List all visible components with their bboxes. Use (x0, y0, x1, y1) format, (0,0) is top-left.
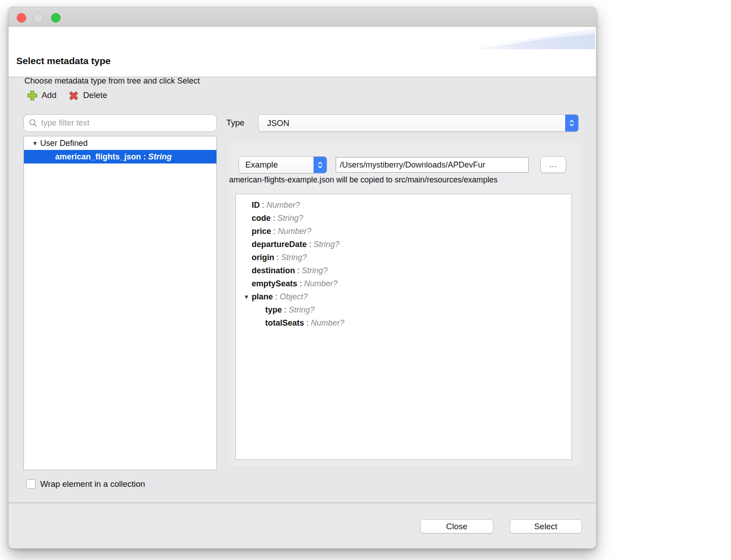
field-name: type (265, 305, 282, 315)
select-button[interactable]: Select (510, 519, 582, 533)
close-traffic-light[interactable] (17, 13, 26, 23)
add-plus-icon (26, 89, 38, 102)
delete-button[interactable]: Delete (67, 89, 107, 102)
json-structure-row[interactable]: departureDate : String? (236, 238, 572, 251)
tree-item-selected[interactable]: american_flights_json : String (24, 150, 216, 163)
example-path-field[interactable] (336, 157, 529, 173)
field-separator: : (295, 266, 302, 275)
field-type: Number? (304, 279, 337, 289)
dialog-footer: Close Select (9, 503, 596, 549)
dialog-title: Select metadata type (16, 56, 111, 66)
field-type: String? (289, 305, 314, 315)
selected-item-name: american_flights_json (55, 152, 141, 162)
json-structure-row[interactable]: price : Number? (236, 225, 572, 238)
dialog-subtitle: Choose metadata type from tree and click… (24, 76, 200, 86)
field-type: String? (314, 240, 339, 249)
field-separator: : (273, 292, 280, 302)
expander-triangle-icon[interactable]: ▼ (32, 140, 38, 147)
add-button-label: Add (42, 90, 56, 100)
filter-input[interactable] (41, 117, 216, 130)
field-name: code (252, 214, 271, 223)
tree-item-label: User Defined (40, 139, 88, 148)
json-structure-row[interactable]: emptySeats : Number? (236, 277, 572, 290)
field-name: price (252, 227, 271, 236)
field-type: Object? (280, 292, 308, 302)
field-name: ID (252, 201, 260, 210)
field-type: String? (302, 266, 328, 275)
field-separator: : (307, 240, 314, 249)
delete-button-label: Delete (83, 90, 107, 100)
selected-item-type: String (148, 152, 172, 162)
zoom-traffic-light[interactable] (51, 13, 61, 23)
type-dropdown[interactable]: JSON (258, 114, 579, 132)
wrap-collection-label: Wrap element in a collection (40, 479, 145, 489)
field-name: plane (252, 292, 273, 302)
delete-x-icon (67, 89, 80, 102)
expander-triangle-icon[interactable]: ▼ (244, 294, 252, 300)
json-structure-row[interactable]: code : String? (236, 212, 572, 225)
type-label: Type (226, 118, 244, 128)
close-button[interactable]: Close (420, 519, 493, 533)
browse-button[interactable]: ... (540, 156, 566, 173)
field-name: totalSeats (265, 318, 304, 328)
json-structure-row[interactable]: destination : String? (236, 264, 572, 277)
selected-item-separator: : (141, 152, 148, 162)
dropdown-stepper-icon (565, 115, 578, 131)
field-separator: : (297, 279, 304, 289)
search-icon (29, 119, 37, 127)
json-structure-row[interactable]: totalSeats : Number? (236, 317, 572, 330)
field-name: destination (252, 266, 295, 275)
json-structure-row[interactable]: ▼plane : Object? (236, 290, 572, 303)
field-type: String? (281, 253, 307, 262)
json-structure-row[interactable]: type : String? (236, 303, 572, 317)
field-name: emptySeats (252, 279, 297, 289)
source-dropdown[interactable]: Example (239, 156, 327, 173)
field-type: String? (277, 214, 303, 223)
field-type: Number? (311, 318, 344, 328)
source-dropdown-value: Example (239, 160, 314, 170)
metadata-types-tree[interactable]: ▼ User Defined american_flights_json : S… (23, 136, 217, 470)
json-structure-row[interactable]: origin : String? (236, 251, 572, 264)
filter-field[interactable] (23, 114, 217, 132)
field-name: departureDate (252, 240, 307, 249)
copy-destination-caption: american-flights-example.json will be co… (229, 175, 497, 185)
field-separator: : (304, 318, 311, 328)
dialog-header: Select metadata type Choose metadata typ… (9, 27, 596, 77)
json-structure-preview[interactable]: ID : Number?code : String?price : Number… (235, 194, 572, 460)
field-separator: : (274, 253, 281, 262)
add-button[interactable]: Add (26, 89, 56, 102)
minimize-traffic-light[interactable] (33, 13, 43, 23)
wrap-collection-checkbox[interactable] (26, 479, 36, 489)
example-path-input[interactable] (336, 158, 528, 172)
field-separator: : (260, 201, 267, 210)
tree-item-user-defined[interactable]: ▼ User Defined (24, 136, 216, 150)
field-separator: : (271, 214, 277, 223)
select-metadata-type-dialog: Select metadata type Choose metadata typ… (8, 7, 596, 549)
field-type: Number? (278, 227, 311, 236)
header-swoosh-decoration (464, 28, 595, 51)
field-type: Number? (267, 201, 300, 210)
json-structure-list: ID : Number?code : String?price : Number… (236, 199, 572, 330)
json-structure-row[interactable]: ID : Number? (236, 199, 572, 212)
window-titlebar[interactable] (9, 7, 596, 27)
dropdown-stepper-icon (314, 157, 327, 173)
field-separator: : (282, 305, 289, 315)
field-name: origin (252, 253, 274, 262)
field-separator: : (271, 227, 278, 236)
type-dropdown-value: JSON (258, 118, 565, 128)
